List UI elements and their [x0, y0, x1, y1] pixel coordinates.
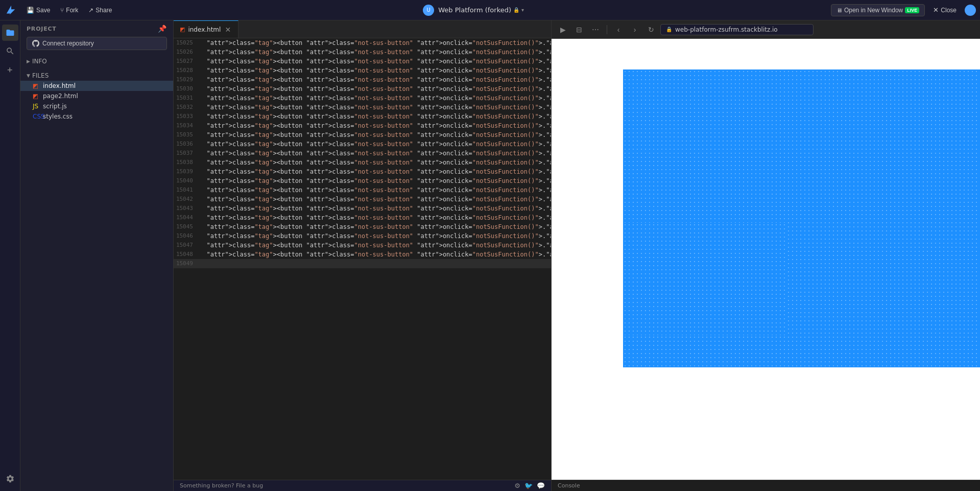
activity-bar: [0, 20, 20, 491]
github-icon[interactable]: ⚙: [514, 482, 520, 489]
live-badge: LIVE: [905, 7, 919, 13]
css-file-icon: CSS: [33, 113, 40, 120]
html-file-icon: ◩: [33, 82, 40, 89]
preview-toolbar: ▶ ⊟ ⋯ ‹ › ↻ 🔒 web-platform-zsufrm.stackb…: [552, 20, 980, 39]
console-label: Console: [558, 482, 580, 489]
main-content: PROJECT 📌 Connect repository ▶ INFO ▼ FI…: [0, 20, 980, 491]
code-line: 15046 "attr">class="tag"><button "attr">…: [174, 231, 551, 241]
preview-refresh-button[interactable]: ↻: [644, 22, 658, 37]
save-button[interactable]: 💾 Save: [22, 5, 54, 16]
close-button[interactable]: ✕ Close: [928, 4, 962, 16]
code-line: 15032 "attr">class="tag"><button "attr">…: [174, 103, 551, 112]
share-button[interactable]: ↗ Share: [84, 5, 116, 16]
code-line: 15043 "attr">class="tag"><button "attr">…: [174, 204, 551, 213]
topbar-right: 🖥 Open in New Window LIVE ✕ Close: [831, 4, 976, 16]
code-line: 15047 "attr">class="tag"><button "attr">…: [174, 241, 551, 250]
fork-icon: ⑂: [60, 7, 64, 14]
user-avatar[interactable]: [965, 5, 976, 16]
share-icon: ↗: [88, 7, 93, 14]
console-footer[interactable]: Console: [552, 480, 980, 491]
project-name: Web Platform (forked) 🔒 ▾: [438, 6, 524, 14]
topbar-center: U Web Platform (forked) 🔒 ▾: [118, 5, 829, 16]
code-line: 15034 "attr">class="tag"><button "attr">…: [174, 121, 551, 130]
stackblitz-logo[interactable]: [4, 3, 18, 17]
code-line: 15049: [174, 259, 551, 268]
activity-settings-icon[interactable]: [2, 471, 18, 487]
info-chevron-icon: ▶: [27, 59, 30, 64]
preview-more-button[interactable]: ⋯: [588, 22, 603, 37]
code-line: 15045 "attr">class="tag"><button "attr">…: [174, 222, 551, 231]
connect-repository-button[interactable]: Connect repository: [27, 37, 167, 50]
close-icon: ✕: [933, 6, 939, 14]
url-lock-icon: 🔒: [666, 27, 672, 32]
file-tree: ◩ index.html ◩ page2.html JS script.js C…: [20, 81, 173, 122]
code-line: 15048 "attr">class="tag"><button "attr">…: [174, 250, 551, 259]
twitter-icon[interactable]: 🐦: [524, 482, 533, 489]
discord-icon[interactable]: 💬: [537, 482, 545, 489]
html-file-icon-2: ◩: [33, 92, 40, 100]
code-line: 15042 "attr">class="tag"><button "attr">…: [174, 195, 551, 204]
code-line: 15040 "attr">class="tag"><button "attr">…: [174, 176, 551, 185]
code-line: 15033 "attr">class="tag"><button "attr">…: [174, 112, 551, 121]
file-item-index-html[interactable]: ◩ index.html: [20, 81, 173, 91]
activity-files-icon[interactable]: [2, 25, 18, 41]
code-line: 15044 "attr">class="tag"><button "attr">…: [174, 213, 551, 222]
tab-bar: ◩ index.html ✕: [174, 20, 551, 38]
code-line: 15029 "attr">class="tag"><button "attr">…: [174, 75, 551, 84]
preview-blue-partial-area: [623, 223, 786, 335]
preview-play-button[interactable]: ▶: [556, 22, 570, 37]
preview-split-button[interactable]: ⊟: [572, 22, 586, 37]
code-line: 15025 "attr">class="tag"><button "attr">…: [174, 38, 551, 48]
preview-back-button[interactable]: ‹: [611, 22, 626, 37]
sidebar-info-section: ▶ INFO: [20, 54, 173, 68]
code-line: 15037 "attr">class="tag"><button "attr">…: [174, 149, 551, 158]
file-item-styles-css[interactable]: CSS styles.css: [20, 111, 173, 122]
preview-content: [552, 39, 980, 480]
code-line: 15035 "attr">class="tag"><button "attr">…: [174, 130, 551, 139]
sidebar-pin-icon[interactable]: 📌: [158, 25, 167, 33]
editor-area: ◩ index.html ✕ 15025 "attr">class="tag">…: [174, 20, 551, 491]
code-line: 15031 "attr">class="tag"><button "attr">…: [174, 93, 551, 103]
files-chevron-icon: ▼: [27, 73, 30, 78]
code-line: 15041 "attr">class="tag"><button "attr">…: [174, 185, 551, 195]
status-bar: Something broken? File a bug ⚙ 🐦 💬: [174, 480, 551, 491]
js-file-icon: JS: [33, 103, 40, 110]
activity-search-icon[interactable]: [2, 43, 18, 59]
chevron-down-icon[interactable]: ▾: [521, 7, 524, 13]
status-bug-report[interactable]: Something broken? File a bug: [180, 482, 263, 489]
file-item-page2-html[interactable]: ◩ page2.html: [20, 91, 173, 101]
topbar: 💾 Save ⑂ Fork ↗ Share U Web Platform (fo…: [0, 0, 980, 20]
sidebar-header: PROJECT 📌: [20, 20, 173, 37]
code-line: 15030 "attr">class="tag"><button "attr">…: [174, 84, 551, 93]
url-text: web-platform-zsufrm.stackblitz.io: [675, 26, 778, 33]
file-item-script-js[interactable]: JS script.js: [20, 101, 173, 111]
code-line: 15027 "attr">class="tag"><button "attr">…: [174, 57, 551, 66]
activity-git-icon[interactable]: [2, 61, 18, 78]
lock-icon: 🔒: [513, 7, 519, 13]
code-line: 15036 "attr">class="tag"><button "attr">…: [174, 139, 551, 149]
code-line: 15038 "attr">class="tag"><button "attr">…: [174, 158, 551, 167]
code-editor[interactable]: 15025 "attr">class="tag"><button "attr">…: [174, 38, 551, 480]
sidebar-info-header[interactable]: ▶ INFO: [20, 56, 173, 66]
tab-close-button[interactable]: ✕: [224, 26, 232, 34]
preview-forward-button[interactable]: ›: [628, 22, 642, 37]
sidebar-files-section: ▼ FILES ◩ index.html ◩ page2.html JS scr…: [20, 68, 173, 124]
toolbar-separator: [607, 25, 607, 34]
split-editor-container: ◩ index.html ✕ 15025 "attr">class="tag">…: [174, 20, 980, 491]
url-bar[interactable]: 🔒 web-platform-zsufrm.stackblitz.io: [660, 24, 814, 35]
code-line: 15028 "attr">class="tag"><button "attr">…: [174, 66, 551, 75]
sidebar: PROJECT 📌 Connect repository ▶ INFO ▼ FI…: [20, 20, 174, 491]
bug-label: Something broken? File a bug: [180, 482, 263, 489]
tab-html-icon: ◩: [180, 26, 185, 33]
editor-tab-index-html[interactable]: ◩ index.html ✕: [174, 20, 238, 38]
code-line: 15026 "attr">class="tag"><button "attr">…: [174, 48, 551, 57]
sidebar-files-header[interactable]: ▼ FILES: [20, 71, 173, 81]
save-icon: 💾: [27, 7, 34, 14]
github-icon: [32, 40, 39, 47]
avatar: U: [423, 5, 434, 16]
monitor-icon: 🖥: [836, 7, 842, 13]
fork-button[interactable]: ⑂ Fork: [56, 5, 82, 16]
open-new-window-button[interactable]: 🖥 Open in New Window LIVE: [831, 4, 925, 16]
preview-panel: ▶ ⊟ ⋯ ‹ › ↻ 🔒 web-platform-zsufrm.stackb…: [551, 20, 980, 491]
code-line: 15039 "attr">class="tag"><button "attr">…: [174, 167, 551, 176]
